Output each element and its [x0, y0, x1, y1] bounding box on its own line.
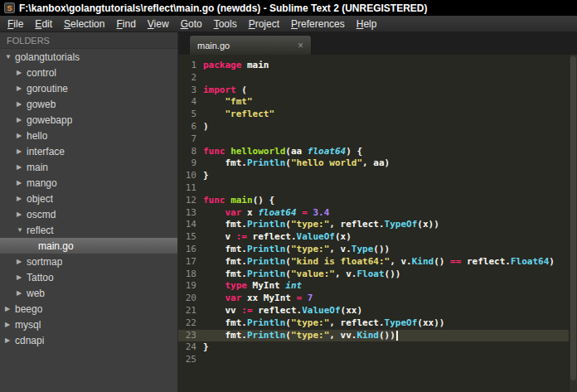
folder-tree: ▼golangtutorials▶control▶goroutine▶goweb…	[0, 49, 177, 348]
menu-file[interactable]: File	[2, 17, 29, 31]
tab-close-icon[interactable]: ×	[298, 40, 303, 51]
chevron-right-icon[interactable]: ▶	[5, 336, 15, 344]
menu-view[interactable]: View	[142, 17, 175, 31]
menu-help[interactable]: Help	[351, 17, 383, 31]
tree-item-label: goweb	[27, 99, 56, 110]
chevron-right-icon[interactable]: ▶	[17, 195, 27, 202]
code-text: }	[203, 170, 569, 182]
code-line-19[interactable]: 19 type MyInt int	[178, 280, 569, 293]
folder-tattoo[interactable]: ▶Tattoo	[0, 269, 177, 285]
code-text: fmt.Println("type:", reflect.TypeOf(xx))	[203, 317, 569, 330]
chevron-right-icon[interactable]: ▶	[17, 163, 27, 171]
menu-preferences[interactable]: Preferences	[285, 17, 351, 31]
line-number: 21	[178, 305, 203, 317]
code-line-23[interactable]: 23 fmt.Println("type:", vv.Kind())	[178, 330, 569, 342]
code-line-20[interactable]: 20 var xx MyInt = 7	[178, 293, 569, 305]
line-number: 17	[178, 256, 203, 269]
line-number: 10	[178, 170, 203, 182]
menu-find[interactable]: Find	[110, 17, 141, 31]
folder-web[interactable]: ▶web	[0, 285, 177, 301]
folder-goweb[interactable]: ▶goweb	[0, 96, 177, 112]
chevron-right-icon[interactable]: ▶	[17, 258, 27, 265]
tree-item-label: object	[27, 193, 53, 205]
code-line-16[interactable]: 16 fmt.Println("type:", v.Type())	[178, 244, 569, 256]
tree-item-label: control	[27, 67, 56, 79]
line-number: 3	[178, 85, 203, 97]
chevron-right-icon[interactable]: ▶	[17, 148, 27, 155]
folder-cdnapi[interactable]: ▶cdnapi	[0, 332, 177, 348]
code-line-13[interactable]: 13 var x float64 = 3.4	[178, 207, 569, 220]
chevron-right-icon[interactable]: ▶	[17, 85, 27, 92]
menu-tools[interactable]: Tools	[208, 17, 243, 31]
code-line-25[interactable]: 25	[178, 354, 569, 366]
scrollbar-thumb[interactable]	[570, 56, 576, 380]
file-main.go[interactable]: main.go	[0, 238, 177, 254]
code-line-12[interactable]: 12func main() {	[178, 195, 569, 207]
code-lines[interactable]: 1package main23import (4 "fmt"5 "reflect…	[178, 55, 569, 392]
code-line-21[interactable]: 21 vv := reflect.ValueOf(xx)	[178, 305, 569, 317]
code-line-24[interactable]: 24}	[178, 341, 569, 354]
code-line-7[interactable]: 7	[178, 133, 569, 146]
folder-hello[interactable]: ▶hello	[0, 128, 177, 143]
chevron-right-icon[interactable]: ▶	[17, 100, 27, 108]
menu-selection[interactable]: Selection	[58, 17, 110, 31]
menu-goto[interactable]: Goto	[175, 17, 208, 31]
chevron-right-icon[interactable]: ▶	[17, 289, 27, 297]
line-number: 8	[178, 146, 203, 158]
chevron-right-icon[interactable]: ▶	[17, 132, 27, 139]
folder-golangtutorials[interactable]: ▼golangtutorials	[0, 49, 177, 65]
menu-project[interactable]: Project	[243, 17, 285, 31]
tree-item-label: Tattoo	[27, 272, 54, 283]
code-line-5[interactable]: 5 "reflect"	[178, 109, 569, 121]
code-line-14[interactable]: 14 fmt.Println("type:", reflect.TypeOf(x…	[178, 219, 569, 231]
chevron-right-icon[interactable]: ▶	[17, 116, 27, 123]
folder-goroutine[interactable]: ▶goroutine	[0, 80, 177, 96]
code-line-11[interactable]: 11	[178, 182, 569, 195]
code-line-6[interactable]: 6)	[178, 121, 569, 133]
line-number: 22	[178, 317, 203, 330]
tab-main-go[interactable]: main.go ×	[189, 35, 312, 55]
folder-object[interactable]: ▶object	[0, 191, 177, 206]
folder-mysql[interactable]: ▶mysql	[0, 317, 177, 332]
chevron-down-icon[interactable]: ▼	[5, 53, 15, 60]
chevron-right-icon[interactable]: ▶	[17, 211, 27, 218]
folder-mango[interactable]: ▶mango	[0, 175, 177, 191]
folder-interface[interactable]: ▶interface	[0, 143, 177, 159]
folder-control[interactable]: ▶control	[0, 65, 177, 80]
line-number: 9	[178, 157, 203, 170]
vertical-scrollbar[interactable]	[569, 55, 577, 392]
folder-reflect[interactable]: ▼reflect	[0, 222, 177, 238]
code-line-8[interactable]: 8func helloworld(aa float64) {	[178, 146, 569, 158]
folder-beego[interactable]: ▶beego	[0, 301, 177, 317]
line-number: 18	[178, 269, 203, 281]
code-line-22[interactable]: 22 fmt.Println("type:", reflect.TypeOf(x…	[178, 317, 569, 330]
code-line-9[interactable]: 9 fmt.Println("hello world", aa)	[178, 157, 569, 170]
code-line-15[interactable]: 15 v := reflect.ValueOf(x)	[178, 231, 569, 244]
folders-header: FOLDERS	[0, 32, 177, 49]
folder-oscmd[interactable]: ▶oscmd	[0, 206, 177, 222]
menu-edit[interactable]: Edit	[29, 17, 58, 31]
code-line-4[interactable]: 4 "fmt"	[178, 96, 569, 109]
chevron-right-icon[interactable]: ▶	[17, 273, 27, 281]
code-text: fmt.Println("value:", v.Float())	[203, 269, 569, 281]
chevron-right-icon[interactable]: ▶	[5, 305, 15, 312]
tree-item-label: beego	[15, 303, 42, 315]
code-line-17[interactable]: 17 fmt.Println("kind is float64:", v.Kin…	[178, 256, 569, 269]
chevron-right-icon[interactable]: ▶	[5, 321, 15, 328]
code-line-2[interactable]: 2	[178, 72, 569, 85]
code-line-3[interactable]: 3import (	[178, 85, 569, 97]
folder-main[interactable]: ▶main	[0, 159, 177, 175]
tree-item-label: reflect	[27, 225, 54, 236]
folder-gowebapp[interactable]: ▶gowebapp	[0, 112, 177, 128]
code-line-18[interactable]: 18 fmt.Println("value:", v.Float())	[178, 269, 569, 281]
sublime-window: S F:\kanbox\golangtutorials\reflect\main…	[0, 0, 577, 392]
tree-item-label: goroutine	[27, 83, 68, 94]
chevron-down-icon[interactable]: ▼	[17, 226, 27, 234]
title-bar[interactable]: S F:\kanbox\golangtutorials\reflect\main…	[0, 0, 577, 16]
code-text: func main() {	[203, 195, 569, 207]
chevron-right-icon[interactable]: ▶	[17, 69, 27, 76]
folder-sortmap[interactable]: ▶sortmap	[0, 254, 177, 269]
code-line-1[interactable]: 1package main	[178, 60, 569, 72]
code-line-10[interactable]: 10}	[178, 170, 569, 182]
chevron-right-icon[interactable]: ▶	[17, 179, 27, 186]
